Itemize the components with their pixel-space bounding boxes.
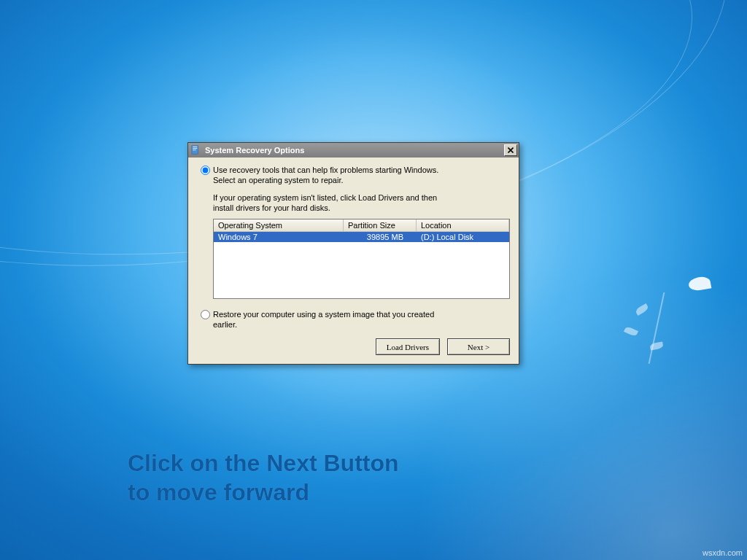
next-button[interactable]: Next > bbox=[447, 338, 510, 355]
load-drivers-button[interactable]: Load Drivers bbox=[376, 338, 440, 355]
dialog-title: System Recovery Options bbox=[205, 146, 504, 155]
os-list-row[interactable]: Windows 7 39895 MB (D:) Local Disk bbox=[214, 232, 509, 242]
column-location[interactable]: Location bbox=[417, 219, 509, 231]
radio-restore-image[interactable] bbox=[201, 310, 210, 319]
svg-rect-2 bbox=[193, 148, 197, 149]
decorative-leaf bbox=[635, 303, 649, 316]
cell-location: (D:) Local Disk bbox=[417, 232, 509, 242]
option-restore-image[interactable]: Restore your computer using a system ima… bbox=[197, 309, 510, 330]
decorative-leaf bbox=[624, 326, 638, 338]
load-drivers-hint: If your operating system isn't listed, c… bbox=[213, 192, 510, 213]
close-button[interactable] bbox=[504, 144, 517, 156]
dialog-titlebar[interactable]: System Recovery Options bbox=[188, 143, 519, 158]
os-list-header: Operating System Partition Size Location bbox=[214, 219, 509, 232]
column-partition[interactable]: Partition Size bbox=[344, 219, 417, 231]
watermark: wsxdn.com bbox=[703, 548, 743, 557]
os-list[interactable]: Operating System Partition Size Location… bbox=[213, 219, 510, 299]
option-recovery-tools-label: Use recovery tools that can help fix pro… bbox=[213, 165, 510, 185]
decorative-leaf bbox=[649, 342, 663, 351]
column-os[interactable]: Operating System bbox=[214, 219, 344, 231]
system-recovery-dialog: System Recovery Options Use recovery too… bbox=[187, 142, 519, 365]
svg-rect-1 bbox=[193, 147, 197, 147]
option-recovery-tools[interactable]: Use recovery tools that can help fix pro… bbox=[197, 165, 510, 185]
dialog-body: Use recovery tools that can help fix pro… bbox=[188, 158, 519, 364]
dialog-button-row: Load Drivers Next > bbox=[197, 338, 510, 355]
option-restore-image-label: Restore your computer using a system ima… bbox=[213, 309, 510, 330]
desktop-background: System Recovery Options Use recovery too… bbox=[0, 0, 747, 560]
radio-recovery-tools[interactable] bbox=[201, 166, 210, 175]
close-icon bbox=[508, 147, 514, 153]
instruction-caption: Click on the Next Button to move forward bbox=[128, 448, 399, 507]
recovery-icon bbox=[190, 144, 202, 156]
cell-os: Windows 7 bbox=[214, 232, 344, 242]
cell-partition: 39895 MB bbox=[344, 232, 417, 242]
svg-rect-3 bbox=[193, 149, 196, 150]
